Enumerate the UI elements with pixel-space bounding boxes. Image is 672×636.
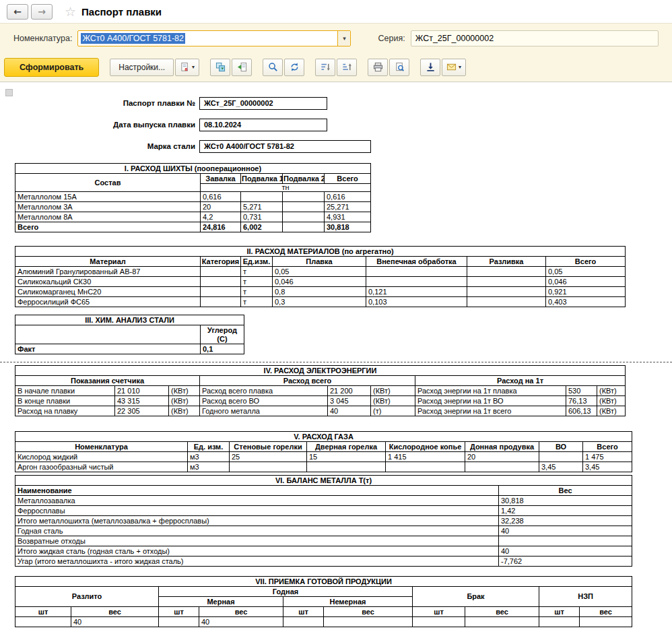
cell-unit: (КВт) (597, 386, 626, 396)
col-header: Внепечная обработка (366, 257, 467, 267)
nomenclature-dropdown-button[interactable]: ▾ (337, 31, 350, 46)
passport-number-label: Паспорт плавки № (15, 97, 195, 107)
cell-value: 0,046 (546, 277, 626, 287)
copy-icon (215, 62, 226, 72)
cell-material: Металлолом 8А (15, 212, 201, 222)
cell-value: 1 415 (386, 452, 465, 462)
settings-button[interactable]: Настройки... (110, 59, 174, 76)
cell-label: В начале плавки (15, 386, 115, 396)
page-break-line (0, 362, 672, 362)
print-button[interactable] (368, 59, 388, 76)
back-arrow-icon: ← (13, 6, 22, 17)
cell-unit: (КВт) (169, 386, 200, 396)
col-header: Всего (546, 257, 626, 267)
download-icon (426, 62, 436, 72)
cell-material: Ферросилиций ФС65 (15, 297, 201, 307)
cell-label: Расход всего ВО (200, 396, 328, 406)
print-group (368, 59, 409, 76)
cell-unit: м3 (188, 462, 230, 472)
cell-value (283, 617, 324, 627)
cell-label: Итого жидкая сталь (годная сталь + отход… (15, 546, 499, 556)
cell-unit: т (241, 277, 273, 287)
table-row: Кислород жидкий м3 25 15 1 415 20 1 475 (15, 452, 632, 462)
cell-unit: (КВт) (371, 396, 415, 406)
col-header: Категория (201, 257, 241, 267)
table-row: Годная сталь 40 (15, 526, 632, 536)
report-variant-button[interactable]: a ▾ (175, 59, 199, 76)
printer-icon (373, 62, 383, 72)
cell-value (283, 202, 325, 212)
cell-value: 15 (307, 452, 386, 462)
print-preview-button[interactable] (389, 59, 409, 76)
series-input[interactable] (411, 30, 659, 46)
metal-balance-table: VI. БАЛАНС МЕТАЛЛА Т(т) Наименование Вес… (15, 475, 632, 567)
empty-header (15, 325, 201, 344)
cell-material: Силикокальций СК30 (15, 277, 201, 287)
cell-value: 0,731 (241, 212, 283, 222)
total-label: Всего (15, 222, 201, 232)
cell-value: 4,2 (201, 212, 241, 222)
cell-value: 21 010 (115, 386, 169, 396)
paste-settings-button[interactable] (232, 59, 252, 76)
cell-unit: т (241, 287, 273, 297)
table-row: Алюминий Гранулированный АВ-87 т 0,05 0,… (15, 267, 626, 277)
cell-value: 0,046 (273, 277, 366, 287)
melt-date-label: Дата выпуска плавки (15, 119, 195, 129)
balance-rows: Металлозавалка 30,818 Ферросплавы 1,42 И… (15, 496, 632, 567)
sort-descending-button[interactable] (315, 59, 335, 76)
col-header: Завалка (201, 174, 241, 184)
group-header: Разлито (15, 587, 159, 607)
generate-button[interactable]: Сформировать (4, 58, 99, 77)
cell-value (467, 287, 546, 297)
charge-rows: Металлолом 15А 0,616 0,616 Металлолом 3А… (15, 192, 371, 222)
back-button[interactable]: ← (7, 4, 28, 20)
table-row: Силикокальций СК30 т 0,046 0,046 (15, 277, 626, 287)
forward-button[interactable]: → (31, 4, 53, 20)
col-header: Подвалка 2 (283, 174, 325, 184)
save-file-button[interactable] (420, 59, 440, 76)
sort-ascending-icon (342, 62, 352, 72)
svg-text:a: a (185, 67, 188, 71)
unit-header: шт (159, 607, 199, 617)
table-row: Итого жидкая сталь (годная сталь + отход… (15, 546, 632, 556)
table-row: Угар (итого металлошихта - итого жидкая … (15, 556, 632, 567)
total-value: 24,816 (201, 222, 241, 232)
refresh-button[interactable] (284, 59, 304, 76)
cell-value: 40 (199, 617, 283, 627)
cell-material: Кислород жидкий (15, 452, 188, 462)
print-preview-icon (395, 62, 405, 72)
cell-value: 40 (328, 406, 371, 416)
table-row: Металлолом 8А 4,2 0,731 4,931 (15, 212, 371, 222)
export-group: ▾ (420, 59, 466, 76)
nomenclature-input[interactable]: ЖСт0 А400/ГОСТ 5781-82 ▾ (77, 30, 351, 46)
chemical-analysis-table: III. ХИМ. АНАЛИЗ СТАЛИ Углерод (С) Факт … (15, 315, 244, 354)
cell-value: 0,05 (273, 267, 366, 277)
favorite-star-icon[interactable]: ☆ (65, 4, 76, 19)
cell-value: 22 305 (115, 406, 169, 416)
cell-unit: т (241, 267, 273, 277)
cell-value (467, 297, 546, 307)
cell-label: Факт (15, 344, 201, 354)
sort-group (315, 59, 357, 76)
chevron-down-icon: ▾ (192, 64, 195, 70)
group-header: НЗП (539, 587, 632, 607)
sort-ascending-button[interactable] (337, 59, 357, 76)
steel-grade-label: Марка стали (15, 140, 195, 150)
copy-settings-button[interactable] (210, 59, 230, 76)
cell-value (283, 212, 325, 222)
cell-label: Возвратные отходы (15, 536, 499, 546)
search-button[interactable] (263, 59, 283, 76)
clipboard-group (210, 59, 252, 76)
settings-group: Настройки... a ▾ (110, 59, 199, 76)
select-all-corner[interactable] (5, 89, 13, 96)
cell-category (201, 297, 241, 307)
subgroup-header: Мерная (159, 597, 283, 607)
cell-value: 1 475 (583, 452, 632, 462)
cell-value: 40 (499, 546, 632, 556)
send-email-button[interactable]: ▾ (442, 59, 466, 76)
unit-header: шт (283, 607, 324, 617)
unit-header: шт (413, 607, 465, 617)
col-header: Всего (583, 442, 632, 452)
page-title: Паспорт плавки (81, 6, 162, 18)
col-header: Вес (499, 486, 632, 496)
